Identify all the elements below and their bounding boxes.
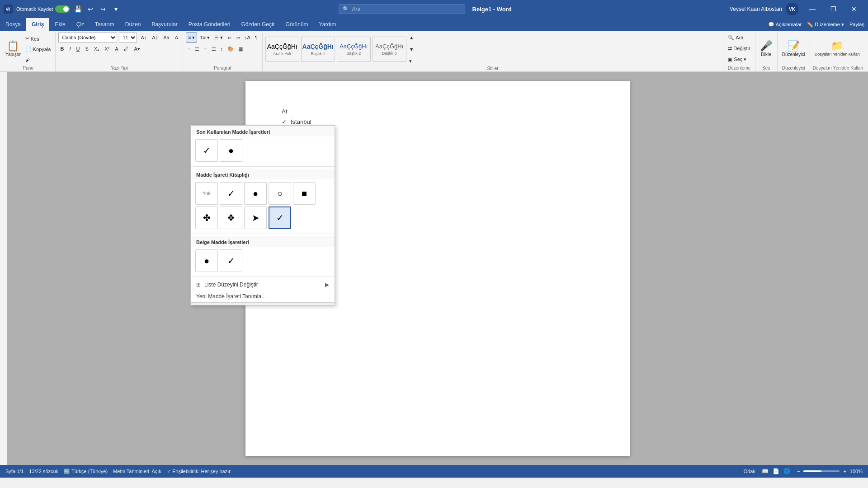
subscript-button[interactable]: X₂ xyxy=(92,44,101,54)
format-paint-button[interactable]: 🖌 xyxy=(24,55,53,65)
duzenleme-link[interactable]: ✏️ Düzenleme ▾ xyxy=(807,22,844,28)
align-left-button[interactable]: ≡ xyxy=(186,44,192,54)
editor-button[interactable]: 📝 Düzenleyici xyxy=(780,37,807,62)
dd-lib-checkmark-selected[interactable]: ✓ xyxy=(269,206,291,229)
dd-recent-bullet[interactable]: ● xyxy=(220,139,242,162)
bold-button[interactable]: B xyxy=(58,44,66,54)
italic-button[interactable]: I xyxy=(67,44,72,54)
borders-button[interactable]: ▦ xyxy=(236,44,245,54)
paylas-link[interactable]: Paylaş xyxy=(849,22,864,27)
dd-menu-change-level[interactable]: ⊞ Liste Düzeyini Değiştir ▶ xyxy=(191,279,335,291)
dictate-button[interactable]: 🎤 Dikte xyxy=(758,37,774,62)
underline-button[interactable]: U xyxy=(75,44,82,54)
styles-down-button[interactable]: ▼ xyxy=(407,44,416,54)
dd-menu-new-bullet[interactable]: Yeni Madde İşareti Tanımla... xyxy=(191,291,335,302)
text-color-button[interactable]: A▾ xyxy=(132,44,142,54)
superscript-button[interactable]: X² xyxy=(103,44,111,54)
clear-format-button[interactable]: A xyxy=(173,33,180,42)
dd-lib-bullet[interactable]: ● xyxy=(244,182,267,205)
zoom-out-button[interactable]: − xyxy=(795,468,802,475)
multilevel-list-button[interactable]: ☰▾ xyxy=(212,33,225,42)
user-avatar[interactable]: VK xyxy=(786,3,798,15)
style-baslik3[interactable]: AaÇçĞğHı Başlık 3 xyxy=(373,37,406,62)
redo-button[interactable]: ↪ xyxy=(99,5,108,14)
find-button[interactable]: 🔍 Ara xyxy=(726,33,745,42)
group-styles-content: AaÇçĞğHı Aralık Yok AaÇçĞğHı Başlık 1 Aa… xyxy=(265,33,721,66)
dd-lib-star[interactable]: ✤ xyxy=(195,206,218,229)
group-reuse-content: 📁 Dosyaları Yeniden Kullan xyxy=(813,33,863,66)
dd-doc-bullet[interactable]: ● xyxy=(195,249,218,272)
styles-more-button[interactable]: ▾ xyxy=(407,56,416,66)
tab-yardim[interactable]: Yardım xyxy=(314,18,342,31)
tab-gorunum[interactable]: Görünüm xyxy=(280,18,314,31)
print-layout-button[interactable]: 📄 xyxy=(772,467,781,476)
cut-button[interactable]: ✂Kes xyxy=(24,34,53,44)
dd-recent-checkmark[interactable]: ✓ xyxy=(195,139,218,162)
outdent-icon: ⇐ xyxy=(227,35,231,41)
search-bar[interactable]: 🔍 xyxy=(339,4,465,14)
shrink-font-button[interactable]: A↓ xyxy=(150,33,160,42)
web-layout-button[interactable]: 🌐 xyxy=(783,467,792,476)
group-pano-content: 📋 Yapıştır ✂Kes 📄Kopyala 🖌 xyxy=(4,33,52,66)
dd-lib-square[interactable]: ■ xyxy=(293,182,316,205)
pilcrow-button[interactable]: ¶ xyxy=(253,33,259,42)
minimize-button[interactable]: — xyxy=(802,0,823,18)
justify-button[interactable]: ☰ xyxy=(210,44,218,54)
outdent-button[interactable]: ⇐ xyxy=(226,33,233,42)
dd-resize-handle[interactable]: ⋱ xyxy=(191,302,335,305)
font-size-select[interactable]: 11 xyxy=(119,33,137,42)
read-mode-button[interactable]: 📖 xyxy=(761,467,770,476)
tab-ekle[interactable]: Ekle xyxy=(49,18,71,31)
maximize-button[interactable]: ❐ xyxy=(823,0,844,18)
indent-button[interactable]: ⇒ xyxy=(234,33,242,42)
dd-lib-arrow[interactable]: ➤ xyxy=(244,206,267,229)
tab-ciz[interactable]: Çiz xyxy=(71,18,90,31)
tab-gozden[interactable]: Gözden Geçir xyxy=(236,18,280,31)
zoom-slider[interactable] xyxy=(803,470,840,472)
reuse-files-button[interactable]: 📁 Dosyaları Yeniden Kullan xyxy=(813,37,862,62)
highlight-button[interactable]: 🖊 xyxy=(122,44,130,54)
close-button[interactable]: ✕ xyxy=(844,0,864,18)
shading-button[interactable]: 🎨 xyxy=(226,44,236,54)
save-button[interactable]: 💾 xyxy=(73,5,82,14)
tab-tasarim[interactable]: Tasarım xyxy=(90,18,120,31)
dd-lib-circle[interactable]: ○ xyxy=(269,182,291,205)
search-input[interactable] xyxy=(352,6,461,12)
zoom-in-button[interactable]: + xyxy=(841,468,848,475)
doc-area[interactable]: At İstanbul Kadıköy Beşiktaş Bursa Sakar… xyxy=(7,72,868,465)
numbered-list-button[interactable]: 1≡▾ xyxy=(198,33,212,42)
sort-button[interactable]: ↕A xyxy=(243,33,252,42)
reuse-files-label: Dosyaları Yeniden Kullan xyxy=(815,52,860,57)
style-baslik1[interactable]: AaÇçĞğHı Başlık 1 xyxy=(301,37,335,62)
tab-dosya[interactable]: Dosya xyxy=(0,18,26,31)
styles-up-button[interactable]: ▲ xyxy=(407,33,416,42)
more-button[interactable]: ▾ xyxy=(111,5,120,14)
replace-button[interactable]: ⇄ Değiştir xyxy=(726,43,752,53)
focus-button[interactable]: Odak xyxy=(742,468,757,475)
undo-button[interactable]: ↩ xyxy=(86,5,95,14)
select-button[interactable]: ▣ Seç ▾ xyxy=(726,54,748,64)
align-right-button[interactable]: ≡ xyxy=(202,44,208,54)
dd-lib-diamond[interactable]: ❖ xyxy=(220,206,242,229)
font-name-select[interactable]: Calibri (Gövde) xyxy=(58,33,117,42)
paste-button[interactable]: 📋 Yapıştır xyxy=(4,37,23,62)
aciklamalar-link[interactable]: 💬 Açıklamalar xyxy=(768,22,802,28)
font-color-button[interactable]: A xyxy=(113,44,120,54)
grow-font-button[interactable]: A↑ xyxy=(139,33,148,42)
dd-doc-checkmark[interactable]: ✓ xyxy=(220,249,242,272)
dd-lib-checkmark[interactable]: ✓ xyxy=(220,182,242,205)
bullet-list-button[interactable]: ≡▾ xyxy=(186,33,197,42)
font-case-button[interactable]: Aa xyxy=(161,33,171,42)
copy-button[interactable]: 📄Kopyala xyxy=(24,44,53,54)
strikethrough-button[interactable]: S xyxy=(83,44,90,54)
auto-save-switch[interactable] xyxy=(55,5,70,13)
tab-basvurular[interactable]: Başvurular xyxy=(146,18,183,31)
dd-lib-none[interactable]: Yok xyxy=(195,182,218,205)
tab-posta[interactable]: Posta Gönderi­leri xyxy=(183,18,236,31)
tab-duzen[interactable]: Düzen xyxy=(120,18,146,31)
line-spacing-button[interactable]: ↕ xyxy=(219,44,225,54)
style-aralık-yok[interactable]: AaÇçĞğHı Aralık Yok xyxy=(265,37,299,62)
align-center-button[interactable]: ☰ xyxy=(193,44,201,54)
style-baslik2[interactable]: AaÇçĞğHı Başlık 2 xyxy=(337,37,371,62)
tab-giris[interactable]: Giriş xyxy=(26,18,49,31)
